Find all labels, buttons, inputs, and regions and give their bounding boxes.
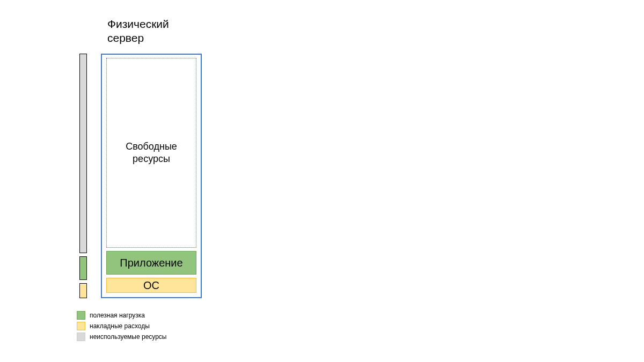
diagram-title: Физический сервер [107, 17, 169, 46]
legend-label: неиспользуемые ресурсы [90, 333, 166, 341]
legend-label: полезная нагрузка [90, 312, 145, 319]
application-box: Приложение [106, 251, 196, 275]
legend-swatch-yellow [77, 322, 85, 330]
legend-item-unused: неиспользуемые ресурсы [77, 333, 166, 341]
legend-swatch-grey [77, 333, 85, 341]
physical-server-box: Свободныересурсы Приложение ОС [101, 54, 202, 298]
legend-label: накладные расходы [90, 322, 150, 330]
usage-segment-overhead [79, 283, 87, 298]
os-label: ОС [143, 279, 159, 292]
usage-segment-payload [79, 256, 87, 280]
title-line-1: Физический [107, 18, 169, 30]
free-resources-label: Свободныересурсы [126, 141, 177, 166]
resource-usage-bar [79, 54, 87, 298]
legend-swatch-green [77, 311, 85, 320]
legend-item-overhead: накладные расходы [77, 322, 166, 330]
legend-item-payload: полезная нагрузка [77, 311, 166, 320]
free-resources-box: Свободныересурсы [106, 58, 196, 248]
usage-segment-unused [79, 54, 87, 253]
legend: полезная нагрузка накладные расходы неис… [77, 311, 166, 341]
os-box: ОС [106, 278, 196, 293]
title-line-2: сервер [107, 32, 144, 44]
application-label: Приложение [120, 257, 182, 269]
